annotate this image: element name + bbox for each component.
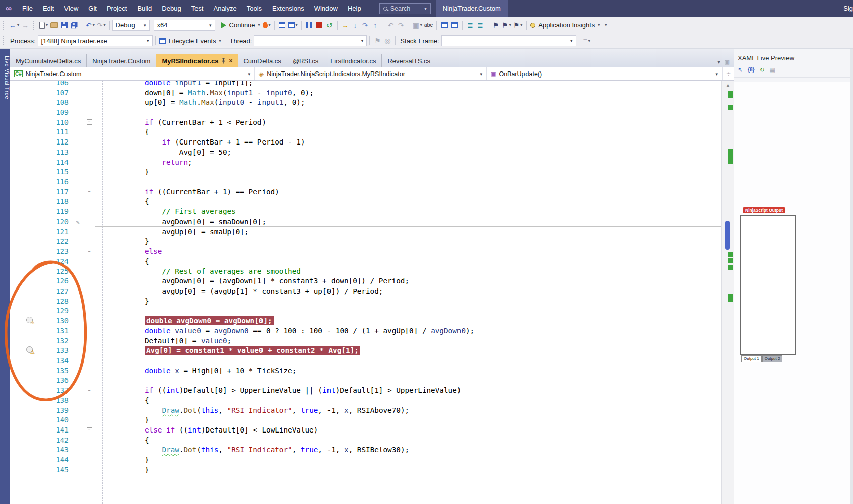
glyph-margin[interactable]	[10, 266, 50, 276]
indent-increase-button[interactable]: ≣	[475, 19, 485, 31]
next-bookmark-button[interactable]: ⚑▾	[512, 19, 524, 31]
dropdown-caret[interactable]: ▾	[104, 23, 106, 27]
glyph-margin[interactable]	[10, 177, 50, 187]
solution-config-select[interactable]: Debug▾	[112, 20, 150, 31]
code-line-130[interactable]: 130double avgDown0 = avgDown[0];	[10, 316, 721, 326]
code-line-125[interactable]: 125 // Rest of averages are smoothed	[10, 266, 721, 276]
dropdown-caret[interactable]: ▾	[520, 23, 522, 27]
glyph-margin[interactable]	[10, 286, 50, 296]
tab-output-2[interactable]: Output 2	[762, 355, 783, 362]
code-line-113[interactable]: 113 Avg[0] = 50;	[10, 147, 721, 157]
glyph-margin[interactable]	[10, 81, 50, 88]
code-line-119[interactable]: 119 // First averages	[10, 206, 721, 217]
code-editor[interactable]: 106double input1 = Input[1];107down[0] =…	[10, 81, 734, 504]
glyph-margin[interactable]	[10, 296, 50, 306]
glyph-margin[interactable]	[10, 117, 50, 127]
editor-scrollbar[interactable]: ▲	[721, 81, 734, 504]
chevron-down-icon[interactable]: ▾	[424, 6, 427, 11]
code-line-138[interactable]: 138{	[10, 395, 721, 405]
glyph-margin[interactable]	[10, 246, 50, 256]
menu-debug[interactable]: Debug	[157, 0, 186, 17]
collapse-icon[interactable]: −	[87, 427, 92, 433]
glyph-margin[interactable]	[10, 425, 50, 435]
tab--rsi-cs[interactable]: @RSI.cs	[287, 54, 324, 67]
dropdown-caret[interactable]: ▾	[46, 23, 48, 27]
braces-icon[interactable]: {8}	[748, 67, 754, 73]
search-input[interactable]: Search ▾	[379, 3, 431, 14]
navigate-back-button[interactable]: ←▾	[8, 19, 20, 31]
solution-name-chip[interactable]: NinjaTrader.Custom	[436, 0, 508, 17]
code-line-136[interactable]: 136	[10, 376, 721, 386]
glyph-margin[interactable]	[10, 355, 50, 366]
tab-mycumulativedelta-cs[interactable]: MyCumulativeDelta.cs	[10, 54, 87, 67]
code-line-141[interactable]: 141−else if ((int)Default[0] < LowLineVa…	[10, 425, 721, 435]
glyph-margin[interactable]	[10, 366, 50, 376]
ninjascript-output-title[interactable]: NinjaScript Output	[743, 207, 785, 213]
glyph-margin[interactable]	[10, 206, 50, 217]
step-out-button[interactable]: ↑	[370, 19, 380, 31]
code-line-135[interactable]: 135double x = High[0] + 10 * TickSize;	[10, 366, 721, 376]
panel-scrollbar[interactable]	[850, 49, 853, 504]
menu-help[interactable]: Help	[343, 0, 366, 17]
glyph-margin[interactable]	[10, 345, 50, 355]
live-visual-tree-tab[interactable]: Live Visual Tree	[0, 49, 10, 504]
redo-button[interactable]: ↷▾	[96, 19, 107, 31]
code-line-121[interactable]: 121 avgUp[0] = smaUp[0];	[10, 227, 721, 237]
code-line-115[interactable]: 115}	[10, 167, 721, 177]
menu-file[interactable]: File	[17, 0, 38, 17]
code-line-112[interactable]: 112 if (CurrentBar + 1 == Period - 1)	[10, 137, 721, 147]
hex-display-button[interactable]: abc	[423, 19, 434, 31]
glyph-margin[interactable]	[10, 157, 50, 167]
code-line-133[interactable]: 133Avg[0] = constant1 * value0 + constan…	[10, 345, 721, 355]
select-element-icon[interactable]: ↖	[738, 67, 743, 73]
lifecycle-events-button[interactable]: Lifecycle Events▾	[158, 35, 222, 47]
outlining-margin[interactable]: −	[84, 388, 95, 393]
open-file-button[interactable]	[49, 19, 59, 31]
tab-ninjatrader-custom[interactable]: NinjaTrader.Custom	[87, 54, 156, 67]
pin-icon[interactable]	[221, 58, 226, 64]
outlining-margin[interactable]: −	[84, 427, 95, 433]
glyph-margin[interactable]	[10, 465, 50, 475]
grid-adorners-icon[interactable]: ▦	[769, 67, 775, 73]
save-all-button[interactable]	[69, 19, 79, 31]
code-line-111[interactable]: 111{	[10, 127, 721, 137]
code-line-145[interactable]: 145}	[10, 465, 721, 475]
close-icon[interactable]: ×	[229, 57, 232, 64]
breadcrumb-member-dropdown[interactable]: ▣ OnBarUpdate() ▾	[487, 67, 723, 80]
scroll-up-icon[interactable]: ▲	[722, 81, 734, 88]
dropdown-caret[interactable]: ▾	[17, 23, 19, 27]
tab-reversalts-cs[interactable]: ReversalTS.cs	[382, 54, 436, 67]
step-into-button[interactable]: ↓	[350, 19, 360, 31]
debug-toolbar-options-button[interactable]: ≡▾	[582, 35, 592, 47]
scrollbar-thumb[interactable]	[725, 221, 730, 250]
outlining-margin[interactable]: −	[84, 249, 95, 254]
glyph-margin[interactable]	[10, 316, 50, 326]
tab-firstindicator-cs[interactable]: FirstIndicator.cs	[324, 54, 382, 67]
indent-decrease-button[interactable]: ≣	[465, 19, 475, 31]
break-all-button[interactable]	[304, 19, 314, 31]
refresh-icon[interactable]: ↻	[759, 67, 764, 73]
glyph-margin[interactable]	[10, 197, 50, 207]
code-line-123[interactable]: 123−else	[10, 246, 721, 256]
code-line-122[interactable]: 122}	[10, 237, 721, 247]
glyph-margin[interactable]	[10, 376, 50, 386]
code-line-142[interactable]: 142{	[10, 435, 721, 445]
menu-test[interactable]: Test	[186, 0, 209, 17]
menu-window[interactable]: Window	[309, 0, 343, 17]
code-line-116[interactable]: 116	[10, 177, 721, 187]
code-line-127[interactable]: 127 avgUp[0] = (avgUp[1] * constant3 + u…	[10, 286, 721, 296]
glyph-margin[interactable]	[10, 127, 50, 137]
code-line-140[interactable]: 140}	[10, 415, 721, 425]
code-line-128[interactable]: 128}	[10, 296, 721, 306]
breadcrumb-project-dropdown[interactable]: C# NinjaTrader.Custom ▾	[10, 67, 255, 80]
glyph-margin[interactable]	[10, 147, 50, 157]
code-line-120[interactable]: 120✎ avgDown[0] = smaDown[0];	[10, 217, 721, 227]
stop-debugging-button[interactable]	[314, 19, 324, 31]
thread-select[interactable]: ▾	[254, 35, 367, 46]
platform-select[interactable]: x64▾	[154, 20, 215, 31]
output-window-button[interactable]	[439, 19, 449, 31]
code-line-131[interactable]: 131double value0 = avgDown0 == 0 ? 100 :…	[10, 326, 721, 336]
tab-output-1[interactable]: Output 1	[741, 355, 762, 362]
glyph-margin[interactable]	[10, 405, 50, 415]
collapse-icon[interactable]: −	[87, 119, 92, 125]
